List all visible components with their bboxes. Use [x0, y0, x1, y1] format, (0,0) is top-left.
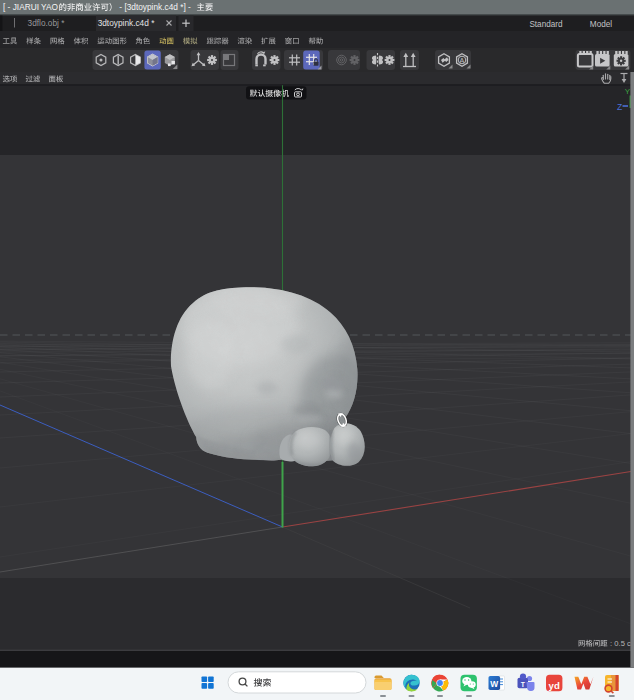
svg-text:yd: yd [549, 680, 560, 691]
svg-text:[ - JIARUI YAO: [ - JIARUI YAO [3, 2, 59, 12]
svg-text:W: W [490, 679, 498, 689]
svg-text:Z: Z [617, 102, 622, 112]
svg-text:Standard: Standard [529, 20, 563, 29]
svg-text:Y: Y [625, 87, 631, 96]
svg-text:3dflo.obj *: 3dflo.obj * [28, 18, 66, 28]
svg-text:3dtoypink.c4d *: 3dtoypink.c4d * [98, 18, 156, 28]
svg-text:A: A [460, 56, 465, 65]
svg-text:- [3dtoypink.c4d *] -: - [3dtoypink.c4d *] - [119, 2, 191, 12]
svg-text:Model: Model [590, 20, 612, 29]
